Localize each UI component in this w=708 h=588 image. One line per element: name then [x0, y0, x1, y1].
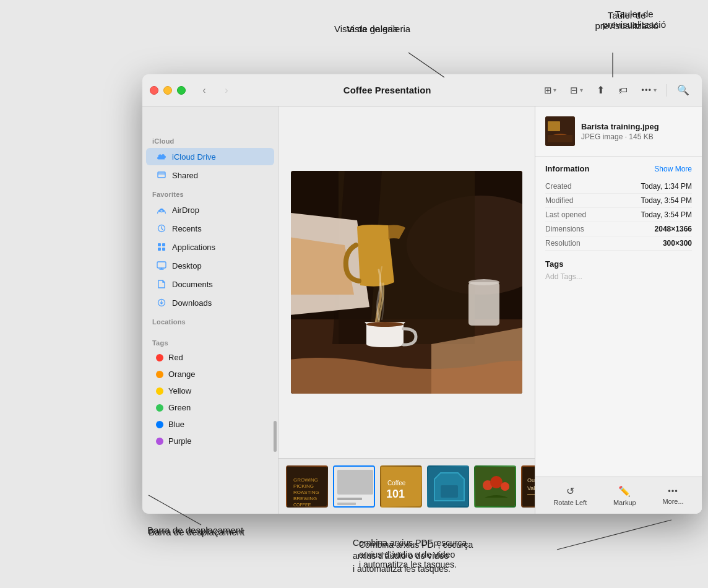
svg-line-0 — [408, 53, 444, 77]
svg-rect-10 — [162, 248, 165, 251]
group-button[interactable]: ⊟ ▾ — [565, 82, 588, 99]
tag-red-label: Red — [168, 353, 183, 362]
svg-rect-7 — [158, 243, 161, 246]
annotation-barra: Barra de desplaçament — [149, 527, 244, 537]
created-value: Today, 1:34 PM — [641, 182, 693, 191]
tag-orange-label: Orange — [168, 370, 195, 379]
svg-rect-56 — [548, 135, 572, 142]
back-button[interactable]: ‹ — [196, 82, 213, 99]
icloud-drive-icon — [156, 151, 167, 162]
rotate-left-button[interactable]: ↺ Rotate Left — [548, 483, 592, 509]
gallery-area: GROWING PICKING ROASTING BREWING COFFEE — [278, 106, 535, 514]
svg-text:BREWING: BREWING — [293, 496, 317, 501]
annotation-vista-galeria: Vista de galeria — [347, 24, 410, 34]
preview-file-info: Barista training.jpeg JPEG image · 145 K… — [581, 122, 692, 141]
thumbnail-2[interactable] — [333, 465, 375, 508]
add-tags-placeholder[interactable]: Add Tags... — [545, 272, 692, 281]
resolution-value: 300×300 — [663, 239, 692, 248]
markup-label: Markup — [613, 499, 636, 506]
tags-section: Tags Add Tags... — [545, 259, 692, 281]
thumbnail-5[interactable] — [474, 465, 516, 508]
preview-thumbnail — [545, 116, 575, 146]
gallery-view-button[interactable]: ⊞ ▾ — [539, 82, 561, 99]
more-button[interactable]: ••• More... — [657, 484, 688, 508]
svg-point-18 — [468, 279, 499, 285]
metadata-created: Created Today, 1:34 PM — [545, 179, 692, 194]
sidebar-item-applications[interactable]: Applications — [146, 238, 274, 256]
metadata-resolution: Resolution 300×300 — [545, 236, 692, 251]
svg-rect-8 — [162, 243, 165, 246]
svg-rect-26 — [337, 470, 373, 495]
more-actions-button[interactable]: ••• ▾ — [636, 82, 662, 99]
svg-text:ROASTING: ROASTING — [293, 490, 319, 495]
more-icon: ••• — [641, 85, 652, 95]
forward-button[interactable]: › — [218, 82, 235, 99]
sidebar-section-favorites: Favorites — [142, 184, 278, 201]
annotation-label-vista: Vista de galeria — [334, 24, 398, 34]
svg-rect-9 — [158, 248, 161, 251]
share-icon: ⬆ — [597, 84, 605, 96]
sidebar-item-desktop[interactable]: Desktop — [146, 257, 274, 274]
svg-rect-17 — [468, 282, 499, 326]
toolbar-divider — [667, 84, 667, 97]
group-icon: ⊟ — [570, 85, 578, 96]
close-button[interactable] — [150, 86, 158, 95]
applications-icon — [156, 241, 167, 253]
sidebar-item-recents[interactable]: Recents — [146, 220, 274, 237]
svg-text:101: 101 — [386, 488, 405, 500]
sidebar-item-shared[interactable]: Shared — [146, 166, 274, 184]
tag-orange-dot — [156, 371, 163, 378]
share-button[interactable]: ⬆ — [592, 82, 610, 99]
more-label: More... — [662, 498, 683, 505]
tag-blue-dot — [156, 421, 163, 428]
more-chevron: ▾ — [654, 87, 657, 93]
maximize-button[interactable] — [177, 86, 186, 95]
metadata-dimensions: Dimensions 2048×1366 — [545, 222, 692, 236]
sidebar-item-tag-blue[interactable]: Blue — [146, 417, 274, 432]
thumbnail-1[interactable]: GROWING PICKING ROASTING BREWING COFFEE — [286, 465, 328, 508]
preview-bottom-toolbar: ↺ Rotate Left ✏️ Markup ••• More... — [535, 477, 702, 514]
svg-rect-27 — [337, 498, 362, 500]
sidebar-item-icloud-drive[interactable]: iCloud Drive — [146, 148, 274, 165]
sidebar-section-icloud: iCloud — [142, 131, 278, 147]
minimize-button[interactable] — [163, 86, 172, 95]
markup-button[interactable]: ✏️ Markup — [608, 483, 641, 509]
sidebar-section-locations: Locations — [142, 312, 278, 328]
main-image-container — [278, 106, 535, 458]
preview-filename: Barista training.jpeg — [581, 122, 692, 131]
sidebar-item-tag-red[interactable]: Red — [146, 350, 274, 365]
show-more-link[interactable]: Show More — [654, 165, 692, 173]
gallery-view-icon: ⊞ — [544, 85, 552, 96]
markup-icon: ✏️ — [618, 485, 631, 497]
window-body: iCloud iCloud Drive Shared — [142, 106, 702, 514]
sidebar-item-tag-purple[interactable]: Purple — [146, 433, 274, 449]
sidebar-item-tag-orange[interactable]: Orange — [146, 366, 274, 382]
documents-label: Documents — [172, 280, 213, 289]
sidebar-scrollbar[interactable] — [274, 421, 277, 452]
recents-label: Recents — [172, 224, 202, 233]
sidebar-item-airdrop[interactable]: AirDrop — [146, 201, 274, 218]
tags-title: Tags — [545, 259, 692, 269]
annotation-combina: Combina arxius PDF, escurçaarxius d'àudi… — [359, 540, 473, 569]
airdrop-label: AirDrop — [172, 205, 199, 215]
annotation-label-combina: Combina arxius PDF, escurçaarxius d'àudi… — [353, 537, 467, 576]
sidebar-section-tags: Tags — [142, 333, 278, 349]
downloads-icon — [156, 297, 167, 308]
svg-line-3 — [557, 520, 671, 550]
tag-button[interactable]: 🏷 — [613, 82, 632, 99]
sidebar-item-downloads[interactable]: Downloads — [146, 294, 274, 311]
preview-metadata: Information Show More Created Today, 1:3… — [535, 157, 702, 477]
thumbnail-strip: GROWING PICKING ROASTING BREWING COFFEE — [278, 458, 535, 514]
thumbnail-6[interactable]: Our Values — [521, 465, 535, 508]
sidebar-item-tag-green[interactable]: Green — [146, 400, 274, 415]
last-opened-key: Last opened — [545, 210, 586, 219]
shared-icon — [156, 170, 167, 181]
sidebar-item-tag-yellow[interactable]: Yellow — [146, 383, 274, 399]
svg-rect-4 — [158, 172, 165, 178]
sidebar-item-documents[interactable]: Documents — [146, 275, 274, 293]
svg-point-16 — [366, 322, 404, 327]
search-button[interactable]: 🔍 — [672, 82, 694, 99]
thumbnail-3[interactable]: Coffee 101 — [380, 465, 422, 508]
thumbnail-4[interactable] — [427, 465, 469, 508]
svg-text:GROWING: GROWING — [293, 477, 318, 483]
